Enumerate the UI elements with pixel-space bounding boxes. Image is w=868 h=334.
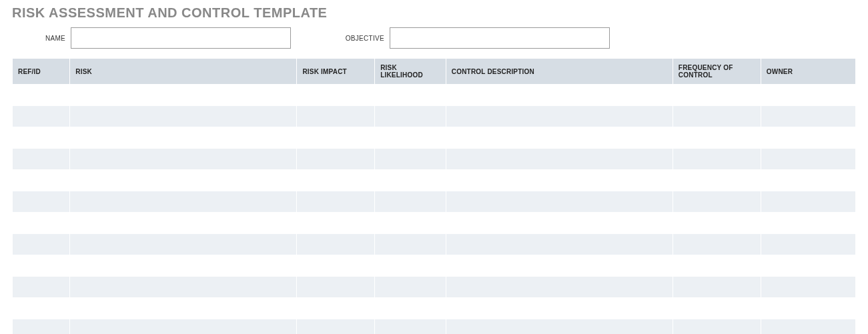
cell-control[interactable] (446, 85, 673, 106)
cell-likelihood[interactable] (375, 234, 446, 255)
cell-impact[interactable] (297, 255, 375, 277)
cell-impact[interactable] (297, 106, 375, 127)
objective-label: OBJECTIVE (331, 35, 384, 42)
header-owner: OWNER (761, 59, 855, 85)
cell-likelihood[interactable] (375, 149, 446, 170)
cell-control[interactable] (446, 234, 673, 255)
cell-risk[interactable] (70, 191, 297, 213)
cell-control[interactable] (446, 319, 673, 335)
cell-likelihood[interactable] (375, 106, 446, 127)
cell-owner[interactable] (761, 106, 855, 127)
cell-risk[interactable] (70, 298, 297, 319)
cell-owner[interactable] (761, 234, 855, 255)
cell-refid[interactable] (13, 234, 70, 255)
cell-frequency[interactable] (673, 85, 761, 106)
cell-owner[interactable] (761, 319, 855, 335)
cell-refid[interactable] (13, 191, 70, 213)
cell-refid[interactable] (13, 298, 70, 319)
header-refid: REF/ID (13, 59, 70, 85)
cell-refid[interactable] (13, 85, 70, 106)
cell-risk[interactable] (70, 127, 297, 149)
cell-impact[interactable] (297, 298, 375, 319)
cell-likelihood[interactable] (375, 191, 446, 213)
cell-control[interactable] (446, 255, 673, 277)
cell-control[interactable] (446, 277, 673, 298)
cell-owner[interactable] (761, 298, 855, 319)
cell-control[interactable] (446, 149, 673, 170)
table-row (13, 298, 856, 319)
cell-refid[interactable] (13, 319, 70, 335)
cell-likelihood[interactable] (375, 277, 446, 298)
cell-owner[interactable] (761, 85, 855, 106)
cell-frequency[interactable] (673, 277, 761, 298)
header-control: CONTROL DESCRIPTION (446, 59, 673, 85)
cell-control[interactable] (446, 127, 673, 149)
cell-impact[interactable] (297, 170, 375, 191)
page-title: RISK ASSESSMENT AND CONTROL TEMPLATE (12, 5, 856, 21)
cell-control[interactable] (446, 298, 673, 319)
form-fields-row: NAME OBJECTIVE (12, 27, 856, 49)
cell-likelihood[interactable] (375, 255, 446, 277)
cell-refid[interactable] (13, 213, 70, 234)
header-frequency: FREQUENCY OF CONTROL (673, 59, 761, 85)
cell-impact[interactable] (297, 277, 375, 298)
cell-owner[interactable] (761, 255, 855, 277)
table-row (13, 170, 856, 191)
cell-likelihood[interactable] (375, 127, 446, 149)
cell-frequency[interactable] (673, 127, 761, 149)
cell-impact[interactable] (297, 213, 375, 234)
cell-frequency[interactable] (673, 319, 761, 335)
cell-refid[interactable] (13, 255, 70, 277)
cell-owner[interactable] (761, 277, 855, 298)
cell-refid[interactable] (13, 127, 70, 149)
cell-impact[interactable] (297, 85, 375, 106)
cell-impact[interactable] (297, 191, 375, 213)
cell-frequency[interactable] (673, 213, 761, 234)
cell-impact[interactable] (297, 234, 375, 255)
cell-owner[interactable] (761, 170, 855, 191)
cell-risk[interactable] (70, 234, 297, 255)
cell-frequency[interactable] (673, 234, 761, 255)
cell-frequency[interactable] (673, 191, 761, 213)
cell-owner[interactable] (761, 149, 855, 170)
cell-frequency[interactable] (673, 255, 761, 277)
cell-frequency[interactable] (673, 298, 761, 319)
cell-owner[interactable] (761, 213, 855, 234)
cell-likelihood[interactable] (375, 85, 446, 106)
cell-risk[interactable] (70, 319, 297, 335)
cell-risk[interactable] (70, 255, 297, 277)
cell-control[interactable] (446, 191, 673, 213)
cell-impact[interactable] (297, 149, 375, 170)
cell-impact[interactable] (297, 127, 375, 149)
cell-refid[interactable] (13, 170, 70, 191)
cell-frequency[interactable] (673, 170, 761, 191)
table-row (13, 213, 856, 234)
table-row (13, 149, 856, 170)
cell-owner[interactable] (761, 127, 855, 149)
cell-refid[interactable] (13, 149, 70, 170)
cell-risk[interactable] (70, 85, 297, 106)
cell-refid[interactable] (13, 277, 70, 298)
cell-refid[interactable] (13, 106, 70, 127)
cell-likelihood[interactable] (375, 319, 446, 335)
cell-likelihood[interactable] (375, 298, 446, 319)
cell-frequency[interactable] (673, 106, 761, 127)
cell-risk[interactable] (70, 106, 297, 127)
cell-owner[interactable] (761, 191, 855, 213)
cell-control[interactable] (446, 213, 673, 234)
table-row (13, 191, 856, 213)
cell-risk[interactable] (70, 170, 297, 191)
cell-control[interactable] (446, 170, 673, 191)
cell-risk[interactable] (70, 149, 297, 170)
objective-field-group: OBJECTIVE (331, 27, 610, 49)
cell-likelihood[interactable] (375, 170, 446, 191)
objective-input[interactable] (390, 27, 610, 49)
name-input[interactable] (71, 27, 291, 49)
cell-risk[interactable] (70, 213, 297, 234)
cell-frequency[interactable] (673, 149, 761, 170)
cell-impact[interactable] (297, 319, 375, 335)
cell-likelihood[interactable] (375, 213, 446, 234)
name-field-group: NAME (12, 27, 291, 49)
cell-control[interactable] (446, 106, 673, 127)
cell-risk[interactable] (70, 277, 297, 298)
